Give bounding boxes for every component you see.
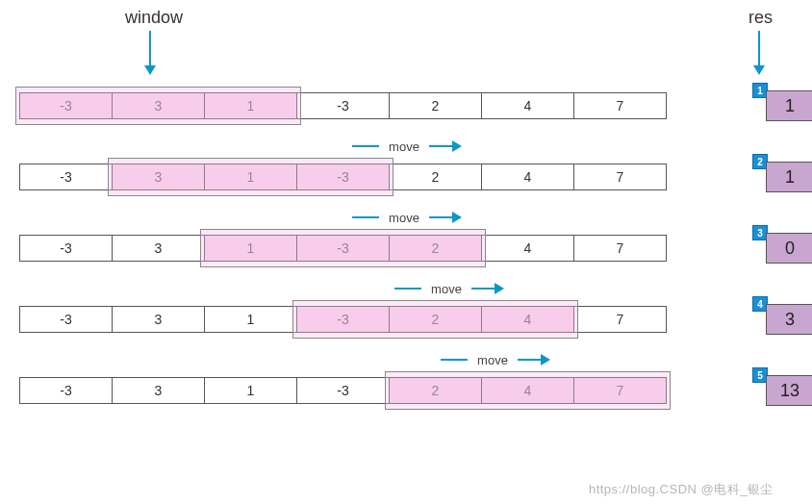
array-cell: 3 xyxy=(112,92,205,119)
array-cell: -3 xyxy=(19,377,113,404)
array-cell: -3 xyxy=(19,164,113,190)
array-cell: -3 xyxy=(19,92,113,119)
array-cell: -3 xyxy=(296,377,390,404)
array-cell: -3 xyxy=(296,306,390,333)
arrow-right-icon xyxy=(471,288,502,290)
arrow-down-icon xyxy=(149,31,151,73)
arrow-right-icon xyxy=(429,145,460,147)
result-box: 1 xyxy=(766,162,812,192)
array-cell: -3 xyxy=(296,92,390,119)
window-label: window xyxy=(125,8,183,28)
array-cell: -3 xyxy=(296,164,390,190)
array-cell: 4 xyxy=(481,306,574,333)
array-row: -331-3247513 xyxy=(19,377,793,408)
array-cell: 7 xyxy=(573,235,667,262)
array-cell: 7 xyxy=(573,164,667,190)
array-cell: -3 xyxy=(296,235,390,262)
res-label: res xyxy=(749,8,773,28)
move-label: move xyxy=(431,282,462,296)
array-cell: 4 xyxy=(481,92,574,119)
array-cell: 3 xyxy=(112,164,205,190)
result-box: 3 xyxy=(766,304,812,335)
move-label: move xyxy=(389,139,419,154)
arrow-right-icon xyxy=(518,359,548,361)
array-cell: 1 xyxy=(204,164,297,190)
line-icon xyxy=(394,288,421,290)
result-box: 13 xyxy=(766,375,812,406)
array-cell: 2 xyxy=(389,377,482,404)
array-cell: 4 xyxy=(481,377,574,404)
arrow-down-icon xyxy=(758,31,760,73)
array-cell: 2 xyxy=(389,92,482,119)
line-icon xyxy=(352,145,379,147)
array-row: -331-324743 xyxy=(19,306,793,337)
move-indicator: move xyxy=(19,277,793,300)
array-cell: 7 xyxy=(573,377,667,404)
arrow-right-icon xyxy=(429,216,460,218)
move-indicator: move xyxy=(19,206,793,229)
array-cell: 4 xyxy=(481,164,574,190)
array-cell: 2 xyxy=(389,164,482,190)
array-cell: 2 xyxy=(389,235,482,262)
array-cell: 3 xyxy=(112,306,205,333)
array-cell: 7 xyxy=(573,92,667,119)
array-cell: 1 xyxy=(204,377,297,404)
array-cell: 1 xyxy=(204,92,297,119)
result-box: 0 xyxy=(766,233,812,264)
array-row: -331-324730 xyxy=(19,235,793,265)
array-cell: 7 xyxy=(573,306,667,333)
watermark-text: https://blog.CSDN @电科_银尘 xyxy=(589,481,774,498)
line-icon xyxy=(441,359,468,361)
array-cell: -3 xyxy=(19,306,113,333)
array-cell: 3 xyxy=(112,235,205,262)
move-indicator: move xyxy=(19,135,793,158)
result-box: 1 xyxy=(766,90,812,121)
array-cell: -3 xyxy=(19,235,113,262)
move-indicator: move xyxy=(19,348,793,371)
move-label: move xyxy=(389,211,419,225)
array-cell: 3 xyxy=(112,377,205,404)
array-row: -331-324721 xyxy=(19,164,793,194)
move-label: move xyxy=(477,353,508,367)
array-cell: 4 xyxy=(481,235,574,262)
array-cell: 2 xyxy=(389,306,482,333)
array-row: -331-324711 xyxy=(19,92,793,123)
line-icon xyxy=(352,216,379,218)
array-cell: 1 xyxy=(204,235,297,262)
array-cell: 1 xyxy=(204,306,297,333)
